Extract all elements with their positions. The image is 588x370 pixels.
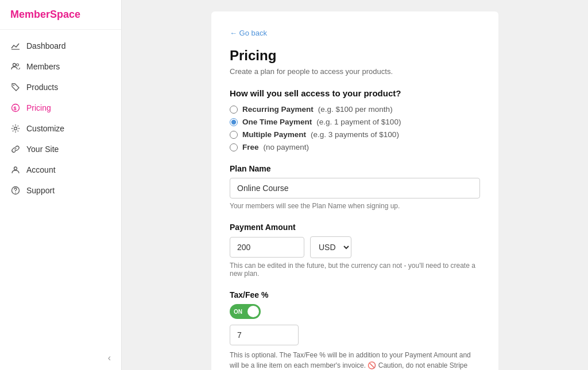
svg-point-6 bbox=[14, 167, 17, 170]
payment-amount-hint: This can be edited in the future, but th… bbox=[230, 262, 480, 278]
logo-member: Member bbox=[10, 9, 50, 21]
pricing-card: ← Go back Pricing Create a plan for peop… bbox=[211, 11, 498, 370]
tax-label: Tax/Fee % bbox=[230, 290, 480, 299]
sidebar-item-support[interactable]: Support bbox=[0, 180, 121, 201]
sidebar-item-support-label: Support bbox=[26, 186, 55, 195]
sidebar-item-account[interactable]: Account bbox=[0, 159, 121, 180]
payment-amount-row: USD EUR GBP CAD AUD bbox=[230, 236, 480, 258]
svg-point-8 bbox=[15, 192, 16, 193]
tax-toggle-wrapper: ON bbox=[230, 304, 480, 319]
logo-space: Space bbox=[50, 9, 80, 21]
sidebar-item-your-site[interactable]: Your Site bbox=[0, 139, 121, 159]
tax-toggle[interactable]: ON bbox=[230, 304, 261, 319]
link-icon bbox=[10, 144, 21, 154]
svg-point-2 bbox=[13, 85, 14, 86]
option-multiple-desc: (e.g. 3 payments of $100) bbox=[311, 130, 399, 139]
sidebar-item-members-label: Members bbox=[26, 62, 60, 71]
sidebar-item-dashboard-label: Dashboard bbox=[26, 41, 66, 50]
tax-input[interactable] bbox=[230, 325, 299, 345]
option-free[interactable]: Free (no payment) bbox=[230, 143, 480, 151]
person-icon bbox=[10, 165, 21, 175]
sidebar-collapse-button[interactable]: ‹ bbox=[108, 353, 111, 363]
option-recurring-label: Recurring Payment bbox=[242, 105, 314, 114]
sidebar-item-products-label: Products bbox=[26, 83, 58, 92]
svg-point-1 bbox=[17, 64, 19, 66]
sidebar-item-account-label: Account bbox=[26, 165, 56, 174]
toggle-track: ON bbox=[230, 304, 261, 319]
sidebar: MemberSpace Dashboard Membe bbox=[0, 0, 122, 370]
payment-amount-label: Payment Amount bbox=[230, 223, 480, 232]
svg-text:$: $ bbox=[14, 106, 17, 111]
radio-recurring[interactable] bbox=[230, 106, 238, 114]
radio-one-time[interactable] bbox=[230, 118, 238, 126]
payment-type-group: Recurring Payment (e.g. $100 per month) … bbox=[230, 105, 480, 151]
sidebar-item-members[interactable]: Members bbox=[0, 56, 121, 77]
tag-icon bbox=[10, 82, 21, 92]
toggle-knob bbox=[247, 306, 259, 317]
chart-icon bbox=[10, 41, 21, 51]
go-back-link[interactable]: ← Go back bbox=[230, 29, 267, 37]
sidebar-item-pricing-label: Pricing bbox=[26, 103, 51, 112]
option-one-time[interactable]: One Time Payment (e.g. 1 payment of $100… bbox=[230, 118, 480, 126]
currency-select[interactable]: USD EUR GBP CAD AUD bbox=[310, 236, 351, 258]
gear-icon bbox=[10, 123, 21, 134]
page-title: Pricing bbox=[230, 48, 480, 64]
svg-point-0 bbox=[13, 64, 16, 67]
plan-name-label: Plan Name bbox=[230, 164, 480, 173]
option-recurring[interactable]: Recurring Payment (e.g. $100 per month) bbox=[230, 105, 480, 114]
tax-warning: This is optional. The Tax/Fee % will be … bbox=[230, 350, 480, 370]
app-logo: MemberSpace bbox=[0, 0, 121, 30]
plan-name-hint: Your members will see the Plan Name when… bbox=[230, 202, 480, 210]
option-recurring-desc: (e.g. $100 per month) bbox=[318, 105, 393, 114]
radio-multiple[interactable] bbox=[230, 131, 238, 139]
radio-free[interactable] bbox=[230, 143, 238, 151]
access-question: How will you sell access to your product… bbox=[230, 88, 480, 98]
sidebar-item-customize-label: Customize bbox=[26, 124, 64, 133]
svg-point-5 bbox=[14, 127, 17, 130]
question-icon bbox=[10, 185, 21, 196]
page-subtitle: Create a plan for people to access your … bbox=[230, 67, 480, 76]
option-multiple-label: Multiple Payment bbox=[242, 130, 306, 139]
option-free-desc: (no payment) bbox=[264, 143, 310, 151]
ticket-icon: $ bbox=[10, 103, 21, 113]
plan-name-input[interactable] bbox=[230, 178, 480, 198]
payment-amount-section: Payment Amount USD EUR GBP CAD AUD This … bbox=[230, 223, 480, 278]
sidebar-item-your-site-label: Your Site bbox=[26, 145, 59, 154]
option-free-label: Free bbox=[242, 143, 259, 151]
plan-name-section: Plan Name Your members will see the Plan… bbox=[230, 164, 480, 210]
main-content: ← Go back Pricing Create a plan for peop… bbox=[122, 0, 588, 370]
sidebar-nav: Dashboard Members Products bbox=[0, 30, 121, 207]
option-one-time-desc: (e.g. 1 payment of $100) bbox=[316, 118, 401, 126]
tax-section: Tax/Fee % ON This is optional. The Tax/F… bbox=[230, 290, 480, 370]
option-one-time-label: One Time Payment bbox=[242, 118, 312, 126]
people-icon bbox=[10, 61, 21, 72]
amount-input[interactable] bbox=[230, 237, 304, 258]
sidebar-item-pricing[interactable]: $ Pricing bbox=[0, 98, 121, 118]
toggle-on-label: ON bbox=[234, 309, 242, 315]
option-multiple[interactable]: Multiple Payment (e.g. 3 payments of $10… bbox=[230, 130, 480, 139]
sidebar-item-products[interactable]: Products bbox=[0, 77, 121, 98]
sidebar-item-dashboard[interactable]: Dashboard bbox=[0, 36, 121, 56]
sidebar-collapse-area: ‹ bbox=[0, 346, 121, 370]
sidebar-item-customize[interactable]: Customize bbox=[0, 118, 121, 139]
